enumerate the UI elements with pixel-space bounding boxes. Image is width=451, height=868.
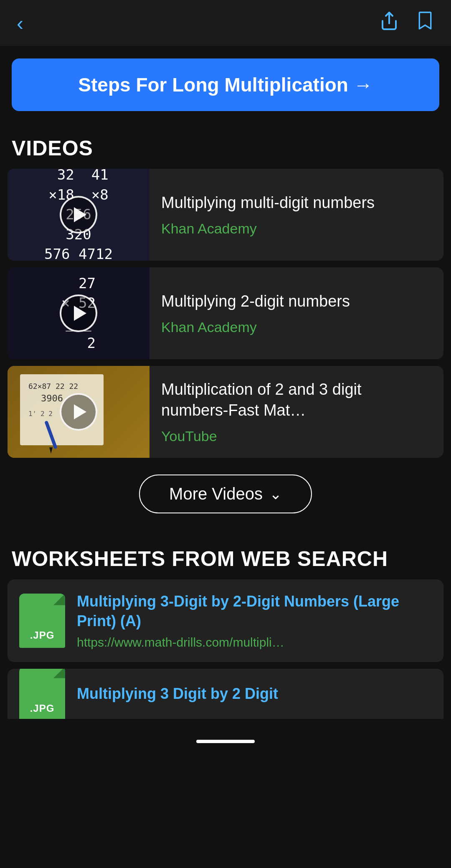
worksheet-url: https://www.math-drills.com/multipli… bbox=[77, 635, 432, 650]
back-button[interactable]: ‹ bbox=[17, 12, 23, 35]
cta-banner[interactable]: Steps For Long Multiplication → bbox=[12, 58, 439, 111]
worksheet-info: Multiplying 3-Digit by 2-Digit Numbers (… bbox=[77, 592, 432, 650]
play-triangle bbox=[74, 306, 86, 321]
worksheet-title: Multiplying 3-Digit by 2-Digit Numbers (… bbox=[77, 592, 432, 631]
video-info: Multiplying 2-digit numbers Khan Academy bbox=[149, 267, 443, 359]
cta-banner-text: Steps For Long Multiplication → bbox=[78, 74, 372, 96]
file-icon-corner bbox=[53, 669, 65, 678]
video-card[interactable]: 32 41 ×18 ×8 256 320 576 4712 Multiplyin… bbox=[8, 169, 443, 261]
play-button bbox=[60, 393, 97, 431]
more-videos-button[interactable]: More Videos ⌄ bbox=[139, 475, 312, 513]
video-title: Multiplication of 2 and 3 digit numbers-… bbox=[161, 379, 432, 421]
worksheets-section: WORKSHEETS FROM WEB SEARCH .JPG Multiply… bbox=[0, 534, 451, 719]
share-icon[interactable] bbox=[379, 11, 399, 36]
video-thumbnail: 62×87 22 22 3906 1' 2 2 bbox=[8, 366, 149, 458]
play-triangle bbox=[74, 207, 86, 222]
video-source: YouTube bbox=[161, 428, 432, 444]
video-thumbnail: 32 41 ×18 ×8 256 320 576 4712 bbox=[8, 169, 149, 261]
worksheet-info: Multiplying 3 Digit by 2 Digit bbox=[77, 685, 432, 703]
video-list: 32 41 ×18 ×8 256 320 576 4712 Multiplyin… bbox=[0, 169, 451, 458]
bottom-bar bbox=[0, 727, 451, 756]
bookmark-icon[interactable] bbox=[416, 11, 434, 36]
file-type-label: .JPG bbox=[30, 703, 55, 714]
play-button bbox=[60, 196, 97, 233]
worksheets-section-header: WORKSHEETS FROM WEB SEARCH bbox=[0, 534, 451, 579]
top-bar-right-icons bbox=[379, 11, 434, 36]
more-videos-button-wrapper: More Videos ⌄ bbox=[0, 475, 451, 513]
video-source: Khan Academy bbox=[161, 221, 432, 237]
svg-text:3906: 3906 bbox=[41, 393, 63, 404]
video-info: Multiplying multi-digit numbers Khan Aca… bbox=[149, 169, 443, 261]
video-source: Khan Academy bbox=[161, 319, 432, 335]
bottom-indicator bbox=[196, 740, 255, 743]
play-button bbox=[60, 294, 97, 332]
video-title: Multiplying multi-digit numbers bbox=[161, 193, 432, 213]
worksheet-card-partial[interactable]: .JPG Multiplying 3 Digit by 2 Digit bbox=[8, 669, 443, 719]
video-card[interactable]: 27 × 52 ___ 2 Multiplying 2-digit number… bbox=[8, 267, 443, 359]
videos-section-header: VIDEOS bbox=[0, 124, 451, 169]
file-icon: .JPG bbox=[19, 594, 65, 648]
video-card[interactable]: 62×87 22 22 3906 1' 2 2 Multiplication o… bbox=[8, 366, 443, 458]
play-triangle bbox=[74, 404, 86, 419]
video-thumbnail: 27 × 52 ___ 2 bbox=[8, 267, 149, 359]
video-info: Multiplication of 2 and 3 digit numbers-… bbox=[149, 366, 443, 458]
top-navigation-bar: ‹ bbox=[0, 0, 451, 46]
worksheet-list: .JPG Multiplying 3-Digit by 2-Digit Numb… bbox=[0, 579, 451, 719]
worksheet-title-partial: Multiplying 3 Digit by 2 Digit bbox=[77, 685, 432, 703]
worksheet-card[interactable]: .JPG Multiplying 3-Digit by 2-Digit Numb… bbox=[8, 579, 443, 662]
more-videos-label: More Videos bbox=[169, 485, 263, 503]
file-icon: .JPG bbox=[19, 669, 65, 719]
video-title: Multiplying 2-digit numbers bbox=[161, 291, 432, 312]
svg-text:62×87 22 22: 62×87 22 22 bbox=[28, 382, 78, 391]
file-type-label: .JPG bbox=[30, 629, 55, 641]
svg-text:1' 2 2: 1' 2 2 bbox=[28, 410, 53, 418]
file-icon-corner bbox=[53, 594, 65, 605]
chevron-down-icon: ⌄ bbox=[269, 485, 282, 503]
